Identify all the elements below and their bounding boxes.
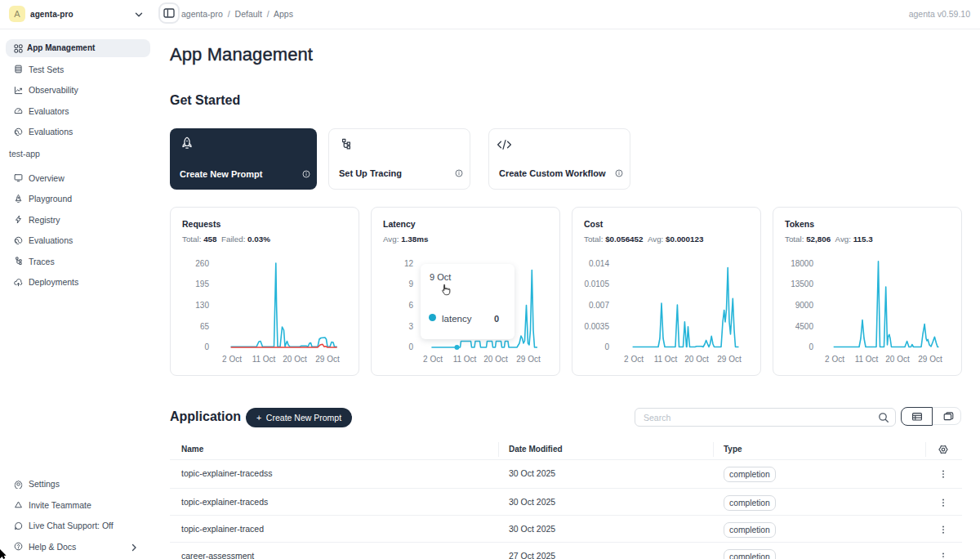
svg-text:0: 0 [808,342,813,351]
svg-text:195: 195 [195,280,209,288]
svg-text:11 Oct: 11 Oct [654,355,678,364]
svg-text:20 Oct: 20 Oct [483,355,508,364]
svg-text:11 Oct: 11 Oct [855,355,879,364]
svg-text:2 Oct: 2 Oct [825,355,844,364]
svg-text:3: 3 [408,322,413,331]
svg-text:9000: 9000 [795,301,814,310]
svg-text:0.007: 0.007 [589,301,609,310]
svg-text:9: 9 [408,280,413,288]
svg-text:12: 12 [404,259,414,268]
svg-text:2 Oct: 2 Oct [222,355,242,364]
svg-text:29 Oct: 29 Oct [516,355,541,364]
svg-text:65: 65 [200,322,210,331]
svg-text:29 Oct: 29 Oct [315,355,340,364]
svg-text:20 Oct: 20 Oct [684,355,709,364]
svg-text:6: 6 [408,301,413,310]
svg-text:2 Oct: 2 Oct [423,355,443,364]
svg-text:11 Oct: 11 Oct [252,355,276,364]
svg-text:20 Oct: 20 Oct [885,355,910,364]
svg-text:13500: 13500 [791,280,813,288]
svg-text:260: 260 [195,259,209,268]
svg-text:29 Oct: 29 Oct [717,355,742,364]
svg-text:0.0105: 0.0105 [584,280,609,288]
svg-text:2 Oct: 2 Oct [624,355,644,364]
svg-text:0: 0 [604,342,609,351]
svg-text:18000: 18000 [791,259,813,268]
svg-text:4500: 4500 [795,322,814,331]
svg-text:130: 130 [195,301,209,310]
svg-text:11 Oct: 11 Oct [453,355,477,364]
svg-text:0.014: 0.014 [589,259,609,268]
svg-text:0.0035: 0.0035 [584,322,609,331]
svg-text:29 Oct: 29 Oct [918,355,942,364]
svg-text:0: 0 [204,342,209,351]
svg-text:0: 0 [408,342,413,351]
svg-text:20 Oct: 20 Oct [283,355,307,364]
